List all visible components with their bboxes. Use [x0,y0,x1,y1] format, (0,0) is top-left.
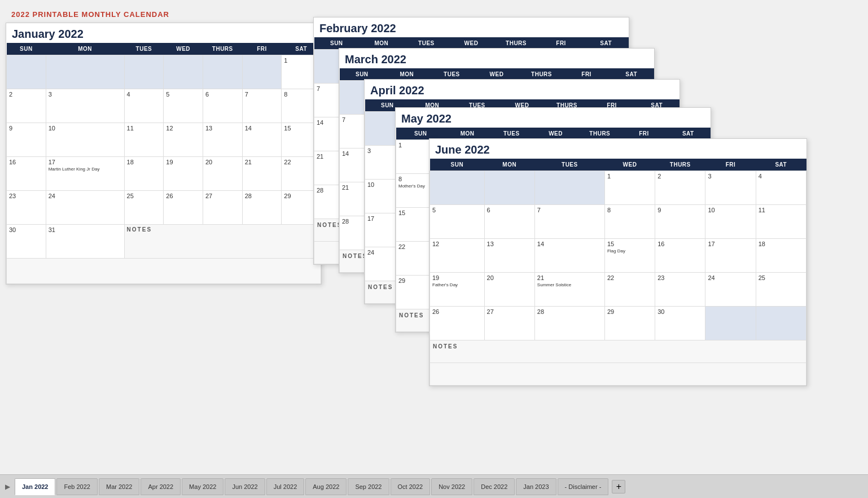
tab-disclaimer[interactable]: - Disclaimer - [558,478,609,495]
jan-day-27: 27 [203,191,242,225]
jan-day-12: 12 [164,123,203,157]
jan-day-19: 19 [164,157,203,191]
tab-may-2022[interactable]: May 2022 [182,478,223,495]
jan-day-7: 7 [242,89,282,123]
march-title: March 2022 [339,49,654,68]
jan-day-3: 3 [46,89,124,123]
table-row: 1 2 3 4 [430,171,806,205]
tab-nov-2022[interactable]: Nov 2022 [431,478,472,495]
jan-day-17: 17Martin Luther King Jr Day [46,157,124,191]
jan-header-thu: THURS [203,43,242,55]
table-row: 19Father's Day 20 21Summer Solstice 22 2… [430,273,806,307]
jan-day-26: 26 [164,191,203,225]
jun-header-sat: SAT [756,159,806,171]
january-table: SUN MON TUES WED THURS FRI SAT 1 [6,43,321,284]
jun-header-fri: FRI [705,159,756,171]
tab-apr-2022[interactable]: Apr 2022 [141,478,181,495]
january-calendar: January 2022 SUN MON TUES WED THURS FRI … [6,23,322,285]
notes-area-row [430,363,806,386]
tab-dec-2022[interactable]: Dec 2022 [474,478,515,495]
table-row: 2 3 4 5 6 7 8 [7,89,321,123]
jan-notes-label: NOTES [124,225,321,259]
jan-header-fri: FRI [242,43,282,55]
jan-header-tue: TUES [124,43,164,55]
may-title: May 2022 [396,108,711,128]
table-row: 5 6 7 8 9 10 11 [430,205,806,239]
tab-feb-2022[interactable]: Feb 2022 [56,478,97,495]
jan-day-24: 24 [46,191,124,225]
june-calendar: June 2022 SUN MON TUES WED THURS FRI SAT [429,138,807,386]
jan-empty [7,55,46,89]
jun-header-sun: SUN [430,159,485,171]
jan-header-sun: SUN [7,43,46,55]
jan-day-13: 13 [203,123,242,157]
jan-empty [203,55,242,89]
tab-jun-2022[interactable]: Jun 2022 [225,478,265,495]
jan-day-6: 6 [203,89,242,123]
jan-empty [46,55,124,89]
jun-notes-area [430,363,806,386]
tab-oct-2022[interactable]: Oct 2022 [391,478,431,495]
notes-row: NOTES [430,340,806,363]
jan-empty [124,55,164,89]
jan-day-21: 21 [242,157,282,191]
june-table: SUN MON TUES WED THURS FRI SAT 1 2 3 [429,159,806,386]
tab-aug-2022[interactable]: Aug 2022 [305,478,347,495]
jun-header-tue: TUES [534,159,604,171]
tab-jan-2023[interactable]: Jan 2023 [516,478,556,495]
jun-header-thu: THURS [655,159,705,171]
table-row: 23 24 25 26 27 28 29 [7,191,321,225]
jan-empty [164,55,203,89]
jan-day-23: 23 [7,191,46,225]
jun-header-mon: MON [484,159,534,171]
jan-day-18: 18 [124,157,164,191]
jan-notes-area [7,259,321,284]
jan-day-30: 30 [7,225,46,259]
tab-nav-left[interactable]: ▶ [3,483,12,491]
jan-day-14: 14 [242,123,282,157]
jun-header-wed: WED [604,159,655,171]
jan-day-20: 20 [203,157,242,191]
table-row: 1 [7,55,321,89]
june-title: June 2022 [429,139,806,159]
april-title: April 2022 [365,80,680,99]
table-row: 16 17Martin Luther King Jr Day 18 19 20 … [7,157,321,191]
table-row: 26 27 28 29 30 [430,307,806,340]
tab-add-button[interactable]: + [612,480,625,493]
tab-mar-2022[interactable]: Mar 2022 [99,478,139,495]
february-title: February 2022 [314,18,629,37]
january-title: January 2022 [6,23,321,43]
jun-notes-label: NOTES [430,340,806,363]
jan-header-wed: WED [164,43,203,55]
table-row: 30 31 NOTES [7,225,321,259]
main-area: 2022 PRINTABLE MONTHLY CALENDAR January … [0,0,868,474]
jan-day-4: 4 [124,89,164,123]
tab-jul-2022[interactable]: Jul 2022 [266,478,305,495]
jan-day-9: 9 [7,123,46,157]
jan-day-25: 25 [124,191,164,225]
notes-row [7,259,321,284]
tab-jan-2022[interactable]: Jan 2022 [15,478,55,495]
jan-day-31: 31 [46,225,124,259]
tab-sep-2022[interactable]: Sep 2022 [348,478,389,495]
jan-day-11: 11 [124,123,164,157]
jan-day-5: 5 [164,89,203,123]
table-row: 12 13 14 15Flag Day 16 17 18 [430,239,806,273]
table-row: 9 10 11 12 13 14 15 [7,123,321,157]
jan-empty [242,55,282,89]
jan-header-mon: MON [46,43,124,55]
jan-day-2: 2 [7,89,46,123]
jan-day-28: 28 [242,191,282,225]
jan-day-10: 10 [46,123,124,157]
jan-day-16: 16 [7,157,46,191]
tab-bar: ▶ Jan 2022 Feb 2022 Mar 2022 Apr 2022 Ma… [0,474,868,498]
